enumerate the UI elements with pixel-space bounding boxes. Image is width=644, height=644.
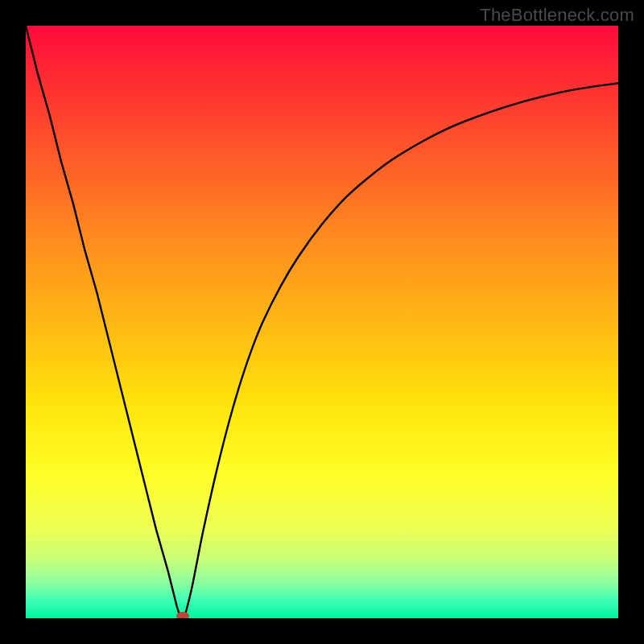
watermark-label: TheBottleneck.com	[480, 5, 634, 26]
plot-area	[26, 26, 618, 618]
chart-frame: TheBottleneck.com	[0, 0, 644, 644]
curve-right-branch	[183, 83, 618, 618]
bottleneck-curve	[26, 26, 618, 618]
curve-svg	[26, 26, 618, 618]
curve-left-branch	[26, 26, 183, 618]
